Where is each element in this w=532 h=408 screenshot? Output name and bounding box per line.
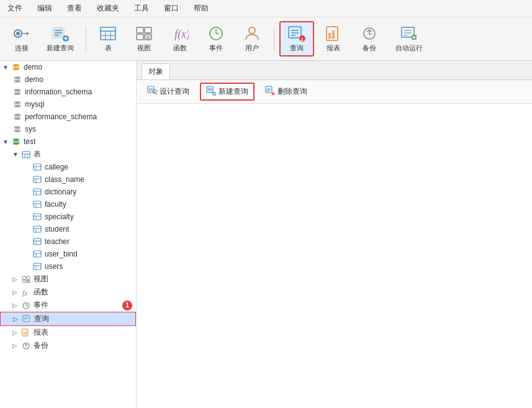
sidebar-reports-group[interactable]: ▷ 报表	[0, 326, 136, 339]
sidebar-backup-group[interactable]: ▷ 备份	[0, 339, 136, 352]
sidebar-table-user-bind[interactable]: user_bind	[0, 248, 136, 260]
report-icon	[323, 25, 343, 42]
svg-rect-90	[34, 251, 41, 257]
toolbar-function-button[interactable]: f(x) 函数	[163, 22, 197, 56]
design-query-label: 设计查询	[160, 86, 189, 97]
sidebar-table-specialty[interactable]: specialty	[0, 211, 136, 223]
sidebar-db-sys[interactable]: sys	[0, 123, 136, 135]
sidebar-events-group[interactable]: ▷ 事件 1	[0, 299, 136, 312]
svg-rect-110	[25, 331, 27, 335]
design-query-button[interactable]: 设计查询	[142, 83, 195, 100]
sidebar-table-callege[interactable]: callege	[0, 161, 136, 173]
toolbar-backup-button[interactable]: 备份	[353, 22, 386, 56]
user-icon	[242, 25, 262, 42]
menu-tools[interactable]: 工具	[132, 2, 151, 15]
connect-button[interactable]: 连接	[6, 22, 37, 56]
svg-point-55	[14, 105, 20, 107]
reports-label: 报表	[34, 327, 48, 338]
table-student-label: student	[45, 225, 69, 233]
tables-arrow: ▼	[12, 151, 21, 158]
db-info-label: information_schema	[25, 88, 92, 96]
db-info-icon	[12, 87, 22, 97]
table-classname-label: class_name	[45, 175, 84, 184]
svg-rect-16	[137, 27, 143, 33]
sidebar-db-performance[interactable]: performance_schema	[0, 111, 136, 123]
toolbar-table-button[interactable]: 表	[91, 22, 125, 56]
toolbar-view-button[interactable]: 视图	[127, 22, 161, 56]
db-test-label: test	[24, 137, 35, 146]
funcs-arrow: ▷	[12, 289, 21, 296]
table-specialty-icon	[32, 212, 42, 222]
svg-rect-108	[22, 329, 28, 336]
sidebar-queries-group[interactable]: ▷ 查询	[0, 312, 136, 326]
separator-2	[274, 27, 274, 52]
delete-query-icon	[265, 86, 275, 97]
svg-point-58	[14, 117, 20, 120]
table-student-icon	[32, 224, 42, 234]
db-mysql-label: mysql	[25, 100, 44, 109]
svg-rect-34	[328, 33, 331, 38]
menu-help[interactable]: 帮助	[191, 2, 211, 15]
sidebar-table-users[interactable]: users	[0, 260, 136, 273]
funcs-label: 函数	[34, 287, 48, 297]
svg-text:2: 2	[301, 37, 304, 42]
events-icon	[21, 301, 31, 311]
new-query-label: 新建查询	[47, 43, 74, 53]
svg-rect-96	[22, 276, 26, 279]
delete-query-button[interactable]: 删除查询	[259, 83, 313, 100]
sidebar-db-mysql[interactable]: mysql	[0, 98, 136, 111]
svg-rect-78	[34, 201, 41, 207]
content-body	[137, 104, 532, 408]
sidebar-table-dictionary[interactable]: dictionary	[0, 186, 136, 198]
sidebar-table-student[interactable]: student	[0, 223, 136, 235]
tab-objects[interactable]: 对象	[142, 63, 170, 79]
toolbar-event-button[interactable]: 事件	[199, 22, 233, 56]
svg-rect-97	[27, 276, 30, 279]
sidebar-root-demo[interactable]: ▼ demo	[0, 61, 136, 73]
db-perf-label: performance_schema	[25, 112, 97, 121]
db-perf-icon	[12, 112, 22, 122]
table-userbind-label: user_bind	[45, 250, 78, 258]
svg-rect-65	[22, 152, 30, 158]
svg-rect-35	[332, 30, 335, 38]
svg-point-1	[16, 32, 20, 35]
toolbar-new-query-button[interactable]: 新建查询	[40, 22, 81, 56]
table-classname-icon	[32, 175, 42, 184]
svg-point-46	[13, 68, 19, 70]
toolbar-query-button[interactable]: 2 查询	[279, 21, 314, 57]
toolbar-user-button[interactable]: 用户	[235, 22, 269, 56]
toolbar-report-button[interactable]: 报表	[317, 22, 350, 56]
db-sys-icon	[12, 124, 22, 134]
sidebar-funcs-group[interactable]: ▷ fx 函数	[0, 286, 136, 299]
svg-text:fx: fx	[22, 289, 28, 297]
menu-favorites[interactable]: 收藏夹	[94, 2, 122, 15]
backup-icon	[359, 25, 379, 42]
sidebar-tables-group[interactable]: ▼ 表	[0, 148, 136, 161]
reports-icon	[21, 328, 31, 338]
sidebar-db-test[interactable]: ▼ test	[0, 135, 136, 148]
new-query-content-button[interactable]: 新建查询	[200, 83, 255, 101]
svg-point-61	[14, 130, 20, 132]
sidebar-table-faculty[interactable]: faculty	[0, 198, 136, 211]
sidebar-views-group[interactable]: ▷ 视图	[0, 273, 136, 286]
menu-file[interactable]: 文件	[5, 2, 25, 15]
svg-rect-27	[289, 27, 301, 38]
sidebar-table-class-name[interactable]: class_name	[0, 173, 136, 186]
menu-window[interactable]: 窗口	[161, 2, 181, 15]
table-callege-label: callege	[45, 163, 68, 171]
events-label: 事件	[34, 300, 48, 311]
sidebar-db-info-schema[interactable]: information_schema	[0, 86, 136, 98]
menu-view[interactable]: 查看	[65, 2, 84, 15]
sidebar: ▼ demo demo	[0, 61, 137, 408]
sidebar-db-demo[interactable]: demo	[0, 73, 136, 86]
autorun-icon	[399, 25, 419, 42]
svg-rect-118	[207, 86, 213, 93]
menu-edit[interactable]: 编辑	[35, 2, 55, 15]
sidebar-table-teacher[interactable]: teacher	[0, 235, 136, 248]
main-container: ▼ demo demo	[0, 61, 532, 408]
toolbar-autorun-button[interactable]: 自动运行	[389, 22, 430, 56]
table-teacher-label: teacher	[45, 237, 70, 246]
svg-rect-99	[27, 280, 30, 283]
svg-rect-75	[34, 189, 41, 195]
views-icon	[21, 274, 31, 284]
